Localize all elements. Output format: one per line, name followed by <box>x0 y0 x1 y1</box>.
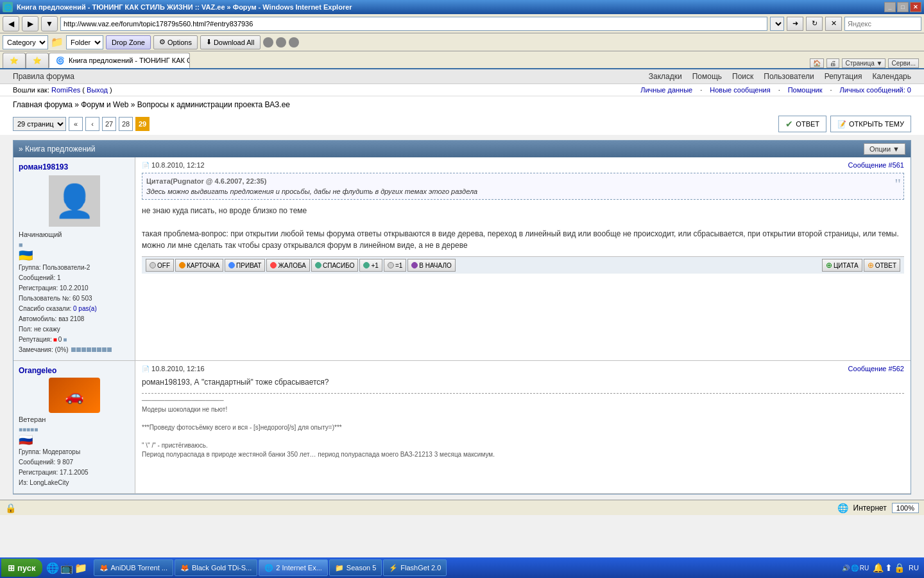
bookmarks-link[interactable]: Закладки <box>649 72 682 81</box>
quote-title: Цитата(Pugnator @ 4.6.2007, 22:35) <box>146 177 900 185</box>
home-nav-button[interactable]: 🏠 <box>810 58 824 68</box>
logout-link[interactable]: Выход <box>87 86 108 94</box>
forward-button[interactable]: ▶ <box>22 16 38 31</box>
circle-btn-2[interactable] <box>276 37 286 48</box>
taskbar-item-anidub[interactable]: 🦊 AniDUB Torrent ... <box>94 559 173 576</box>
first-page-btn[interactable]: « <box>69 117 83 131</box>
maximize-button[interactable]: □ <box>897 2 909 12</box>
circle-btn-1[interactable] <box>263 37 273 48</box>
users-link[interactable]: Пользователи <box>764 72 814 81</box>
page-27-btn[interactable]: 27 <box>102 117 116 131</box>
quote-button-1[interactable]: ⊕ ЦИТАТА <box>822 259 862 272</box>
close-button[interactable]: ✕ <box>910 2 921 12</box>
lock-icon: 🔒 <box>5 503 16 513</box>
tray-icon-2[interactable]: ⬆ <box>885 563 893 573</box>
forum-rules-link[interactable]: Правила форума <box>13 72 74 81</box>
thanks-link[interactable]: 0 pas(a) <box>73 305 97 312</box>
page-28-btn[interactable]: 28 <box>119 117 133 131</box>
servis-button[interactable]: Серви... <box>888 58 919 68</box>
main-tab[interactable]: 🌀 Книга предложений - ТЮНИНГ КАК СТИ... … <box>49 53 190 68</box>
rep-up-icon: ■ <box>63 335 67 345</box>
reply-button[interactable]: ✔ ОТВЕТ <box>778 116 826 132</box>
privat-button[interactable]: ПРИВАТ <box>225 259 265 272</box>
post-2-avatar: 🚗 <box>49 378 100 413</box>
help-link[interactable]: Помощь <box>692 72 722 81</box>
taskbar-folder-icon[interactable]: 📁 <box>74 562 87 574</box>
reply-check-icon: ✔ <box>785 119 793 129</box>
card-dot <box>179 262 185 268</box>
open-topic-button[interactable]: 📝 ОТКРЫТЬ ТЕМУ <box>830 116 911 132</box>
stop-button[interactable]: ✕ <box>825 17 842 31</box>
taskbar-items: 🦊 AniDUB Torrent ... 🦊 Black Gold TDi-S.… <box>91 559 841 576</box>
print-button[interactable]: 🖨 <box>826 58 839 68</box>
post-1-quote: Цитата(Pugnator @ 4.6.2007, 22:35) " Зде… <box>142 173 904 200</box>
post-2-msgnum-link[interactable]: Сообщение #562 <box>848 365 904 372</box>
tray-icon-1[interactable]: 🔔 <box>873 563 884 573</box>
pagination: 29 страниц « ‹ 27 28 29 ✔ ОТВЕТ 📝 ОТКРЫТ… <box>0 113 924 135</box>
post-1-rank: Начинающий <box>19 231 130 238</box>
complaint-button[interactable]: ЖАЛОБА <box>266 259 309 272</box>
personal-data-link[interactable]: Личные данные <box>640 86 692 94</box>
to-top-button[interactable]: В НАЧАЛО <box>407 259 455 272</box>
speaker-icon[interactable]: 🔊 <box>842 565 850 572</box>
totop-dot <box>411 262 418 268</box>
add-tab[interactable]: ⭐ <box>26 53 49 68</box>
taskbar-item-ie[interactable]: 🌐 2 Internet Ex... <box>259 559 328 576</box>
new-messages-link[interactable]: Новые сообщения <box>710 86 770 94</box>
avatar-silhouette-icon: 👤 <box>55 182 94 220</box>
personal-messages-link[interactable]: Личных сообщений: 0 <box>840 86 911 94</box>
nav-dropdown[interactable]: ▼ <box>41 16 58 31</box>
tray-icon-3[interactable]: 🔒 <box>894 563 905 573</box>
post-1-author-link[interactable]: роман198193 <box>19 162 68 171</box>
network-icon[interactable]: 🌐 <box>851 565 859 572</box>
folder-select[interactable]: Folder <box>66 35 103 49</box>
breadcrumb-text: Главная форума » Форум и Web » Вопросы к… <box>13 100 290 109</box>
prev-page-btn[interactable]: ‹ <box>85 117 99 131</box>
post-2-stars: ■■■■■ <box>19 426 130 433</box>
helper-link[interactable]: Помощник <box>788 86 823 94</box>
refresh-button[interactable]: ↻ <box>806 17 823 31</box>
post-2-left: Orangeleo 🚗 Ветеран ■■■■■ 🇷🇺 <box>13 361 135 493</box>
open-icon: 📝 <box>837 120 846 128</box>
minimize-button[interactable]: _ <box>884 2 896 12</box>
page-29-btn[interactable]: 29 <box>135 117 150 131</box>
taskbar-item-season[interactable]: 📁 Season 5 <box>329 559 382 576</box>
taskbar-item-flashget[interactable]: ⚡ FlashGet 2.0 <box>383 559 447 576</box>
card-button[interactable]: КАРТОЧКА <box>175 259 223 272</box>
back-button[interactable]: ◀ <box>3 16 19 31</box>
folder-icon[interactable]: 📁 <box>51 36 64 48</box>
address-dropdown[interactable] <box>770 17 784 31</box>
category-select[interactable]: Category <box>3 35 48 49</box>
plus1-button[interactable]: +1 <box>359 259 382 272</box>
post-2-author-link[interactable]: Orangeleo <box>19 366 56 375</box>
taskbar-ie-icon[interactable]: 🌐 <box>46 562 59 574</box>
reputation-link[interactable]: Репутация <box>825 72 862 81</box>
page-menu-button[interactable]: Страница ▼ <box>842 58 886 68</box>
off-button[interactable]: ОFF <box>146 259 174 272</box>
keyboard-icon: RU <box>860 565 869 572</box>
address-input[interactable] <box>60 17 767 31</box>
toolbar: Category 📁 Folder Drop Zone ⚙ Options ⬇ … <box>0 33 924 51</box>
start-button[interactable]: ⊞ пуск <box>1 559 42 577</box>
search-input[interactable] <box>844 17 921 31</box>
go-button[interactable]: ➜ <box>787 17 803 31</box>
clock-display: RU <box>909 564 919 572</box>
minus1-button[interactable]: =1 <box>384 259 406 272</box>
reply-inline-button-1[interactable]: ⊕ ОТВЕТ <box>864 259 900 272</box>
calendar-link[interactable]: Календарь <box>872 72 911 81</box>
home-tab[interactable]: ⭐ <box>3 53 26 68</box>
pages-select[interactable]: 29 страниц <box>13 117 66 131</box>
taskbar-media-icon[interactable]: 📺 <box>60 562 73 574</box>
download-all-button[interactable]: ⬇ Download All <box>200 35 261 49</box>
post-1-info: Группа: Пользователи-2 Сообщений: 1 Реги… <box>19 263 130 355</box>
drop-zone-button[interactable]: Drop Zone <box>106 35 151 49</box>
taskbar-item-blackgold[interactable]: 🦊 Black Gold TDi-S... <box>175 559 257 576</box>
search-link[interactable]: Поиск <box>732 72 753 81</box>
forum-content: » Книга предложений Опции ▼ роман198193 … <box>0 135 924 500</box>
thread-options-button[interactable]: Опции ▼ <box>864 143 905 155</box>
post-1-msgnum-link[interactable]: Сообщение #561 <box>848 161 904 169</box>
thanks-button[interactable]: СПАСИБО <box>311 259 359 272</box>
username-link[interactable]: RomiRes <box>51 86 80 94</box>
circle-btn-3[interactable] <box>289 37 299 48</box>
options-button[interactable]: ⚙ Options <box>153 35 198 49</box>
